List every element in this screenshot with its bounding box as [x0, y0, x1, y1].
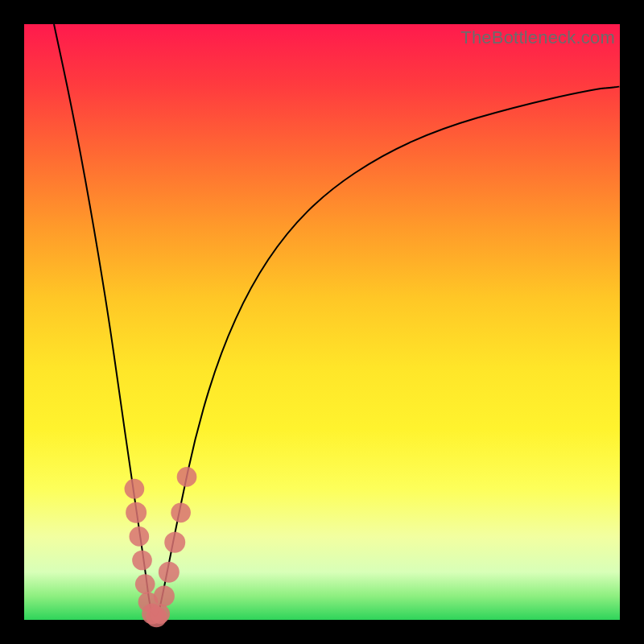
marker-dot	[126, 502, 147, 523]
curve-canvas	[24, 24, 620, 620]
marker-dot	[177, 467, 197, 487]
marker-dot	[164, 532, 185, 553]
marker-group	[125, 467, 197, 627]
marker-dot	[154, 585, 175, 606]
plot-area: TheBottleneck.com	[24, 24, 620, 620]
marker-dot	[132, 551, 152, 571]
marker-dot	[171, 502, 191, 522]
marker-dot	[125, 479, 145, 499]
chart-frame: TheBottleneck.com	[0, 0, 644, 644]
marker-dot	[150, 604, 170, 624]
marker-dot	[159, 562, 180, 583]
marker-dot	[135, 574, 155, 594]
marker-dot	[129, 526, 149, 547]
